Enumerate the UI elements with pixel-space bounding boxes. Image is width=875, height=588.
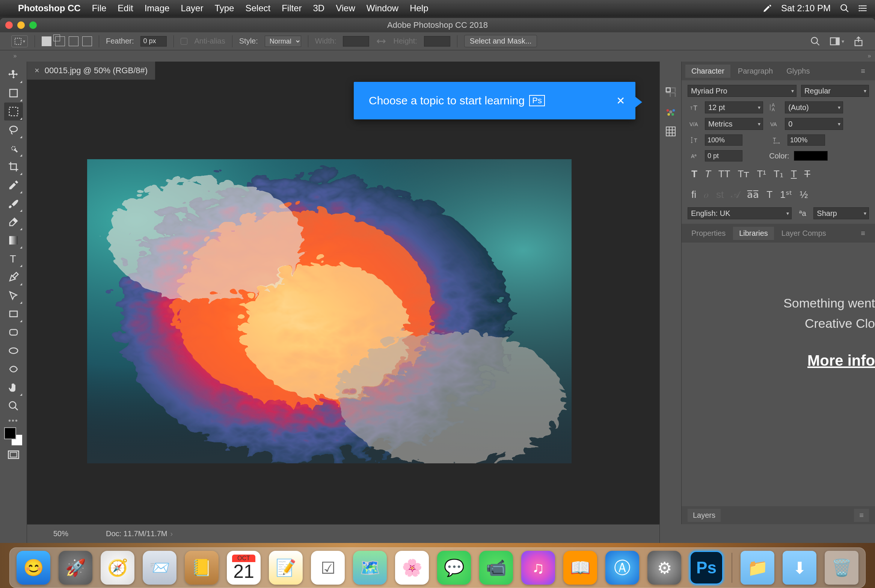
marquee-tool[interactable]	[4, 103, 23, 121]
smallcaps-button[interactable]: Tᴛ	[738, 168, 750, 180]
dock-applications-folder[interactable]: 📁	[741, 551, 774, 585]
stylistic-button[interactable]: a̅a̅	[747, 189, 759, 201]
dock-maps[interactable]: 🗺️	[353, 551, 387, 585]
rectangle-shape-tool[interactable]	[4, 305, 23, 323]
ellipse-tool[interactable]	[4, 342, 23, 360]
subscript-button[interactable]: T₁	[774, 168, 783, 180]
workspace-switcher[interactable]: ▾	[830, 36, 844, 47]
superscript-button[interactable]: T¹	[757, 168, 766, 180]
grid-panel-icon[interactable]	[663, 124, 678, 139]
canvas[interactable]	[87, 159, 572, 463]
search-icon[interactable]	[810, 36, 821, 47]
gradient-tool[interactable]	[4, 231, 23, 249]
antialias-select[interactable]: Sharp▾	[813, 207, 869, 219]
history-panel-icon[interactable]	[663, 85, 678, 100]
hscale-input[interactable]	[788, 134, 825, 146]
discretionary-button[interactable]: st	[716, 189, 724, 201]
eraser-tool[interactable]	[4, 213, 23, 231]
type-tool[interactable]: T	[4, 250, 23, 268]
tab-paragraph[interactable]: Paragraph	[732, 65, 779, 78]
swatches-panel-icon[interactable]	[663, 104, 678, 119]
selection-subtract[interactable]	[69, 36, 78, 46]
underline-button[interactable]: T	[791, 168, 797, 180]
strikethrough-button[interactable]: T	[804, 168, 810, 180]
menu-list-icon[interactable]	[858, 3, 868, 13]
screen-mode-button[interactable]	[5, 448, 22, 461]
current-tool-preset[interactable]: ▾	[11, 35, 28, 47]
dock-safari[interactable]: 🧭	[101, 551, 134, 585]
kerning-select[interactable]: Metrics▾	[705, 118, 763, 130]
dock-launchpad[interactable]: 🚀	[59, 551, 92, 585]
menu-view[interactable]: View	[336, 3, 355, 14]
custom-shape-tool[interactable]	[4, 360, 23, 378]
lasso-tool[interactable]	[4, 121, 23, 139]
menubar-clock[interactable]: Sat 2:10 PM	[781, 3, 831, 14]
quick-select-tool[interactable]	[4, 139, 23, 157]
ink-tool-icon[interactable]	[762, 3, 772, 13]
layers-panel-menu[interactable]: ≡	[854, 509, 869, 522]
font-style-select[interactable]: Regular▾	[801, 85, 869, 97]
move-tool[interactable]	[4, 66, 23, 84]
panel-expand-left[interactable]: »	[0, 50, 30, 62]
edit-toolbar[interactable]: •••	[0, 416, 27, 425]
tab-glyphs[interactable]: Glyphs	[780, 65, 816, 78]
dock-itunes[interactable]: ♫	[521, 551, 555, 585]
contextual-button[interactable]: 𝑜	[704, 189, 709, 201]
app-menu[interactable]: Photoshop CC	[18, 3, 81, 14]
pen-tool[interactable]	[4, 268, 23, 286]
artboard-tool[interactable]	[4, 84, 23, 102]
text-color-swatch[interactable]	[794, 151, 828, 161]
eyedropper-tool[interactable]	[4, 176, 23, 194]
swash-button[interactable]: 𝒜	[731, 189, 739, 201]
crop-tool[interactable]	[4, 158, 23, 176]
menu-select[interactable]: Select	[245, 3, 270, 14]
titling-button[interactable]: T	[766, 189, 772, 201]
libraries-panel-menu[interactable]: ≡	[855, 227, 871, 240]
window-close-button[interactable]	[5, 21, 13, 29]
dock-messages[interactable]: 💬	[437, 551, 471, 585]
zoom-level[interactable]: 50%	[38, 529, 83, 538]
share-icon[interactable]	[853, 36, 864, 47]
panel-expand-right[interactable]: »	[864, 50, 875, 62]
libraries-more-info-link[interactable]: More info	[807, 348, 875, 372]
dock-photoshop[interactable]: Ps	[689, 551, 723, 585]
selection-new[interactable]	[42, 36, 51, 46]
fractions-button[interactable]: ½	[800, 189, 808, 201]
baseline-input[interactable]	[705, 150, 742, 161]
font-size-select[interactable]: 12 pt▾	[705, 101, 763, 113]
dock-finder[interactable]: 😊	[17, 551, 50, 585]
learn-popup-close[interactable]: ✕	[616, 95, 625, 107]
dock-mail[interactable]: 📨	[143, 551, 177, 585]
menu-type[interactable]: Type	[214, 3, 234, 14]
tab-properties[interactable]: Properties	[685, 227, 732, 240]
selection-intersect[interactable]	[82, 36, 92, 46]
tab-libraries[interactable]: Libraries	[733, 227, 774, 240]
dock-trash[interactable]: 🗑️	[825, 551, 858, 585]
feather-input[interactable]	[140, 36, 167, 47]
hand-tool[interactable]	[4, 378, 23, 397]
select-and-mask-button[interactable]: Select and Mask...	[464, 35, 537, 47]
document-tab[interactable]: × 00015.jpg @ 50% (RGB/8#)	[27, 62, 155, 80]
menu-window[interactable]: Window	[367, 3, 398, 14]
spotlight-icon[interactable]	[840, 3, 849, 13]
foreground-background-colors[interactable]	[4, 427, 23, 446]
dock-contacts[interactable]: 📒	[185, 551, 219, 585]
allcaps-button[interactable]: TT	[718, 168, 730, 180]
close-tab-icon[interactable]: ×	[35, 66, 39, 75]
selection-add[interactable]	[55, 36, 65, 46]
window-zoom-button[interactable]	[29, 21, 37, 29]
dock-photos[interactable]: 🌸	[395, 551, 429, 585]
language-select[interactable]: English: UK▾	[688, 207, 792, 219]
path-select-tool[interactable]	[4, 286, 23, 305]
menu-filter[interactable]: Filter	[282, 3, 302, 14]
zoom-tool[interactable]	[4, 397, 23, 415]
menu-help[interactable]: Help	[410, 3, 428, 14]
dock-ibooks[interactable]: 📖	[563, 551, 597, 585]
dock-downloads-folder[interactable]: ⬇︎	[783, 551, 816, 585]
dock-appstore[interactable]: Ⓐ	[605, 551, 639, 585]
tracking-select[interactable]: 0▾	[785, 118, 843, 130]
menu-edit[interactable]: Edit	[118, 3, 133, 14]
ligatures-button[interactable]: fi	[691, 189, 696, 201]
menu-layer[interactable]: Layer	[181, 3, 203, 14]
bold-button[interactable]: T	[691, 168, 697, 180]
